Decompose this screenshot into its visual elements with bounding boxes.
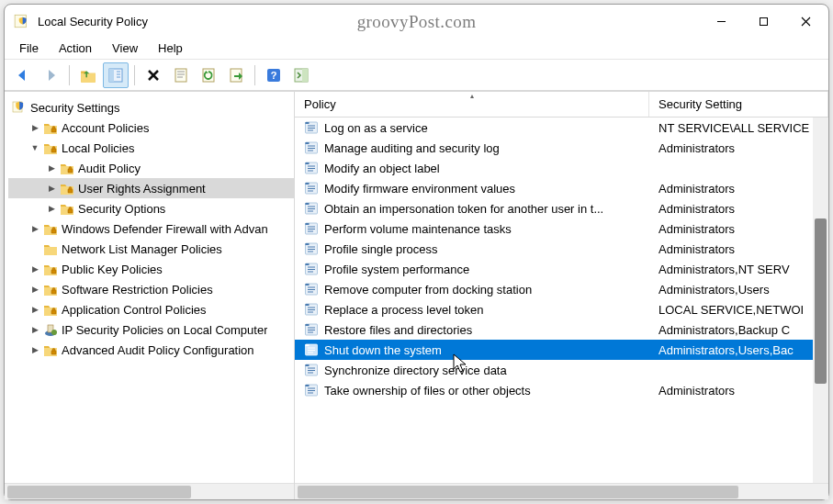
list-row[interactable]: Modify firmware environment valuesAdmini… [295, 178, 828, 198]
chevron-right-icon[interactable]: ▶ [45, 162, 58, 174]
back-button[interactable] [10, 62, 36, 88]
cell-setting: Administrators,Backup C [649, 323, 828, 337]
delete-button[interactable] [141, 62, 166, 88]
chevron-right-icon[interactable]: ▶ [28, 283, 41, 296]
watermark-text: groovyPost.com [357, 12, 477, 32]
folder-icon [43, 262, 58, 276]
menu-help[interactable]: Help [149, 39, 192, 57]
list-row[interactable]: Replace a process level tokenLOCAL SERVI… [295, 299, 828, 319]
chevron-right-icon[interactable]: ▶ [28, 303, 41, 316]
tree-h-scrollbar[interactable] [5, 483, 294, 499]
cell-policy: Modify an object label [295, 161, 649, 175]
column-header-policy[interactable]: Policy ▴ [295, 92, 649, 117]
policy-icon [304, 140, 319, 155]
tree-item[interactable]: ▶Windows Defender Firewall with Advan [8, 218, 294, 239]
list-row[interactable]: Restore files and directoriesAdministrat… [295, 319, 828, 340]
cell-setting: Administrators [649, 202, 828, 216]
column-header-setting[interactable]: Security Setting [649, 92, 828, 117]
tree-item[interactable]: ▶User Rights Assignment [8, 178, 294, 198]
action-pane-button[interactable] [288, 62, 314, 88]
policy-icon [304, 363, 319, 377]
svg-rect-27 [175, 69, 186, 82]
chevron-right-icon[interactable]: ▶ [28, 323, 41, 336]
list-row[interactable]: Perform volume maintenance tasksAdminist… [295, 218, 828, 239]
tree[interactable]: Security Settings▶Account Policies▼Local… [5, 95, 294, 483]
policy-name: Profile single process [324, 242, 438, 256]
up-button[interactable] [75, 62, 101, 88]
tree-item[interactable]: ▶Security Options [8, 198, 294, 218]
list-h-scrollbar[interactable] [295, 483, 828, 499]
chevron-right-icon[interactable]: ▶ [28, 121, 41, 134]
chevron-right-icon[interactable]: ▶ [45, 202, 58, 215]
tree-item[interactable]: ▶IP Security Policies on Local Computer [8, 319, 294, 340]
chevron-right-icon[interactable]: ▶ [28, 263, 41, 275]
folder-icon [60, 181, 74, 196]
tree-item-label: Advanced Audit Policy Configuration [62, 343, 254, 357]
list-body[interactable]: Log on as a serviceNT SERVICE\ALL SERVIC… [295, 118, 828, 483]
export-button[interactable] [223, 62, 249, 88]
show-hide-tree-button[interactable] [103, 62, 129, 88]
tree-item[interactable]: ▶Application Control Policies [8, 299, 294, 319]
chevron-down-icon[interactable]: ▼ [28, 141, 41, 154]
cell-policy: Manage auditing and security log [295, 140, 649, 155]
tree-item-label: Network List Manager Policies [62, 242, 222, 256]
policy-icon [304, 201, 319, 216]
svg-text:?: ? [271, 70, 277, 81]
cell-policy: Restore files and directories [295, 322, 649, 337]
policy-icon [304, 302, 319, 317]
menu-view[interactable]: View [103, 39, 147, 57]
cell-policy: Profile single process [295, 241, 649, 256]
list-row[interactable]: Log on as a serviceNT SERVICE\ALL SERVIC… [295, 118, 828, 138]
toolbar-separator [69, 65, 70, 85]
policy-icon [304, 282, 319, 297]
list-row[interactable]: Modify an object label [295, 158, 828, 178]
tree-item-label: Windows Defender Firewall with Advan [62, 222, 268, 236]
tree-item[interactable]: Network List Manager Policies [8, 239, 294, 259]
refresh-button[interactable] [196, 62, 221, 88]
tree-item[interactable]: ▶Public Key Policies [8, 259, 294, 279]
maximize-button[interactable] [742, 5, 784, 38]
tree-item-label: User Rights Assignment [78, 182, 206, 196]
folder-icon [43, 282, 58, 297]
minimize-button[interactable] [700, 5, 742, 38]
cell-setting: LOCAL SERVICE,NETWOI [649, 303, 828, 317]
menubar: File Action View Help [5, 38, 828, 60]
list-row[interactable]: Obtain an impersonation token for anothe… [295, 198, 828, 218]
cell-policy: Log on as a service [295, 120, 649, 135]
list-row[interactable]: Synchronize directory service data [295, 360, 828, 380]
help-button[interactable]: ? [261, 62, 287, 88]
tree-item[interactable]: ▶Account Policies [8, 118, 294, 138]
chevron-right-icon[interactable]: ▶ [28, 343, 41, 356]
chevron-right-icon[interactable]: ▶ [28, 222, 41, 235]
toolbar-separator [254, 65, 255, 85]
forward-button[interactable] [38, 62, 63, 88]
list-row[interactable]: Manage auditing and security logAdminist… [295, 138, 828, 158]
list-row[interactable]: Remove computer from docking stationAdmi… [295, 279, 828, 299]
tree-item[interactable]: ▶Advanced Audit Policy Configuration [8, 340, 294, 360]
properties-button[interactable] [168, 62, 194, 88]
list-row[interactable]: Profile single processAdministrators [295, 239, 828, 259]
menu-action[interactable]: Action [50, 39, 101, 57]
policy-name: Obtain an impersonation token for anothe… [324, 202, 603, 216]
cell-policy: Synchronize directory service data [295, 363, 649, 377]
list-row[interactable]: Profile system performanceAdministrators… [295, 259, 828, 279]
tree-item[interactable]: ▶Software Restriction Policies [8, 279, 294, 299]
tree-item[interactable]: ▼Local Policies [8, 138, 294, 158]
policy-icon [304, 322, 319, 337]
tree-item[interactable]: ▶Audit Policy [8, 158, 294, 178]
cell-setting: Administrators [649, 141, 828, 155]
tree-item-label: Public Key Policies [62, 263, 163, 276]
list-row[interactable]: Shut down the systemAdministrators,Users… [295, 340, 828, 360]
list-row[interactable]: Take ownership of files or other objects… [295, 380, 828, 400]
tree-item-label: Security Options [78, 202, 165, 216]
policy-name: Replace a process level token [324, 303, 483, 317]
list-v-scrollbar[interactable] [813, 118, 828, 483]
menu-file[interactable]: File [10, 39, 48, 57]
tree-item-label: Audit Policy [78, 162, 141, 175]
policy-name: Shut down the system [324, 343, 442, 357]
close-button[interactable] [784, 5, 827, 38]
policy-icon [304, 383, 319, 398]
chevron-right-icon[interactable]: ▶ [45, 182, 58, 195]
sort-indicator-icon: ▴ [470, 92, 474, 100]
tree-root[interactable]: Security Settings [8, 97, 294, 118]
